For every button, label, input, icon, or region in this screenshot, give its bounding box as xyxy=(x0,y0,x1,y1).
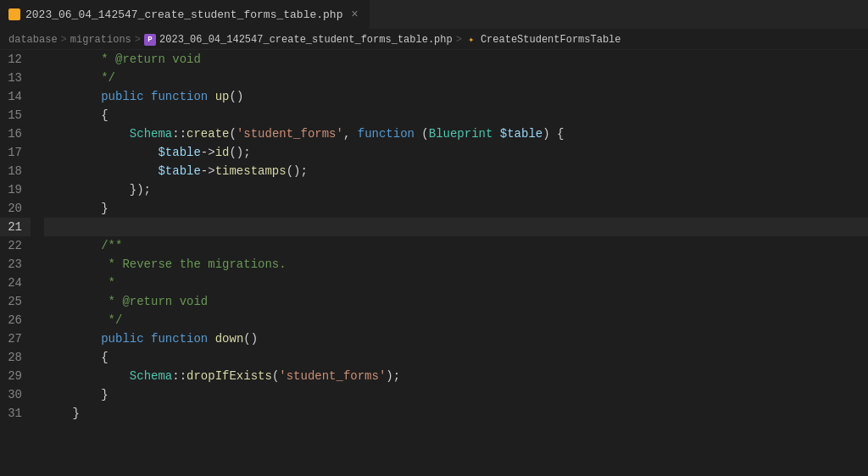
breadcrumb-sep-3: > xyxy=(456,34,462,46)
code-line-12: * @return void xyxy=(44,50,868,69)
line-num-31: 31 xyxy=(0,404,31,423)
line-num-29: 29 xyxy=(0,367,31,385)
code-line-23: * Reverse the migrations. xyxy=(44,255,868,274)
editor-tab[interactable]: 2023_06_04_142547_create_student_forms_t… xyxy=(0,0,370,30)
code-line-28: { xyxy=(44,348,868,367)
line-num-24: 24 xyxy=(0,274,31,292)
code-line-31: } xyxy=(44,404,868,423)
line-num-27: 27 xyxy=(0,329,31,348)
breadcrumb-filename[interactable]: 2023_06_04_142547_create_student_forms_t… xyxy=(159,34,453,46)
code-line-15: { xyxy=(44,106,868,125)
breadcrumb-class-icon: ✦ xyxy=(465,34,477,46)
code-line-13: */ xyxy=(44,69,868,87)
code-line-21 xyxy=(44,218,868,236)
tab-bar: 2023_06_04_142547_create_student_forms_t… xyxy=(0,0,868,30)
line-numbers: 12 13 14 15 16 17 18 19 20 21 22 23 24 2… xyxy=(0,50,44,476)
line-num-26: 26 xyxy=(0,311,31,329)
code-line-17: $table->id(); xyxy=(44,143,868,162)
code-line-16: Schema::create('student_forms', function… xyxy=(44,125,868,143)
line-num-21: 21 xyxy=(0,218,31,236)
tab-close-button[interactable]: × xyxy=(348,8,361,21)
breadcrumb: database > migrations > P 2023_06_04_142… xyxy=(0,30,868,50)
code-line-18: $table->timestamps(); xyxy=(44,162,868,180)
line-num-18: 18 xyxy=(0,162,31,180)
code-line-24: * xyxy=(44,274,868,292)
code-line-14: public function up() xyxy=(44,87,868,106)
tab-filename: 2023_06_04_142547_create_student_forms_t… xyxy=(25,8,342,21)
code-line-27: public function down() xyxy=(44,329,868,348)
line-num-13: 13 xyxy=(0,69,31,87)
code-line-26: */ xyxy=(44,311,868,329)
code-line-29: Schema::dropIfExists('student_forms'); xyxy=(44,367,868,385)
line-num-28: 28 xyxy=(0,348,31,367)
line-num-14: 14 xyxy=(0,87,31,106)
code-line-22: /** xyxy=(44,236,868,255)
code-line-25: * @return void xyxy=(44,292,868,311)
breadcrumb-classname[interactable]: CreateStudentFormsTable xyxy=(481,34,621,46)
line-num-15: 15 xyxy=(0,106,31,125)
code-line-19: }); xyxy=(44,180,868,199)
breadcrumb-sep-2: > xyxy=(135,34,141,46)
code-line-20: } xyxy=(44,199,868,218)
line-num-17: 17 xyxy=(0,143,31,162)
line-num-23: 23 xyxy=(0,255,31,274)
code-line-30: } xyxy=(44,385,868,404)
line-num-16: 16 xyxy=(0,125,31,143)
line-num-30: 30 xyxy=(0,385,31,404)
line-num-25: 25 xyxy=(0,292,31,311)
breadcrumb-php-icon: P xyxy=(144,34,156,46)
line-num-20: 20 xyxy=(0,199,31,218)
code-content[interactable]: * @return void */ public function up() {… xyxy=(44,50,868,476)
breadcrumb-sep-1: > xyxy=(61,34,67,46)
line-num-22: 22 xyxy=(0,236,31,255)
line-num-12: 12 xyxy=(0,50,31,69)
breadcrumb-database[interactable]: database xyxy=(8,34,58,46)
code-editor: 12 13 14 15 16 17 18 19 20 21 22 23 24 2… xyxy=(0,50,868,476)
breadcrumb-migrations[interactable]: migrations xyxy=(70,34,131,46)
line-num-19: 19 xyxy=(0,180,31,199)
php-file-icon xyxy=(8,8,20,20)
